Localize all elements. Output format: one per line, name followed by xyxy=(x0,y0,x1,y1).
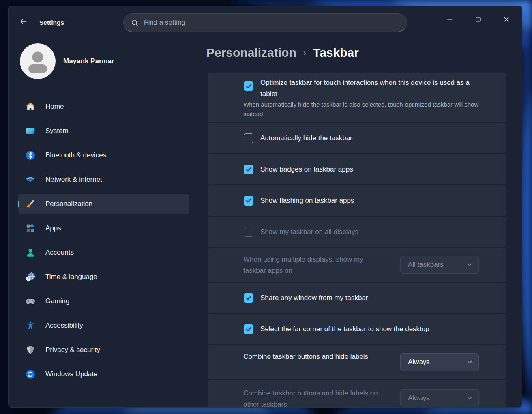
setting-row-optimize-touch: Optimize taskbar for touch interactions … xyxy=(208,73,506,122)
search-input[interactable] xyxy=(144,19,399,27)
accessibility-icon xyxy=(25,320,36,331)
back-arrow-icon xyxy=(19,17,28,27)
dropdown-value: Always xyxy=(408,358,430,366)
sidebar-item-bluetooth-devices[interactable]: Bluetooth & devices xyxy=(18,146,189,165)
sidebar-item-accounts[interactable]: Accounts xyxy=(18,243,189,262)
sidebar-item-label: Network & internet xyxy=(45,176,102,184)
sidebar-item-personalization[interactable]: Personalization xyxy=(18,194,189,214)
personalization-icon xyxy=(25,198,36,210)
sidebar-item-label: Windows Update xyxy=(45,370,98,378)
dropdown-value: All taskbars xyxy=(408,261,444,269)
checkbox[interactable] xyxy=(244,293,253,303)
dropdown-value: Always xyxy=(408,394,430,402)
sidebar-item-label: Accounts xyxy=(45,249,74,257)
home-icon xyxy=(25,101,36,112)
sidebar-item-label: Apps xyxy=(45,224,61,232)
settings-window: Settings xyxy=(8,6,522,408)
chevron-down-icon xyxy=(467,263,472,266)
setting-row-combine-buttons: Combine taskbar buttons and hide labels … xyxy=(208,345,506,379)
gaming-icon xyxy=(25,296,36,307)
sidebar-item-label: Home xyxy=(45,103,64,111)
app-title: Settings xyxy=(39,19,64,26)
chevron-down-icon xyxy=(467,397,472,400)
setting-label: Share any window from my taskbar xyxy=(260,294,368,302)
system-icon xyxy=(25,125,36,137)
setting-row-multiple-displays: When using multiple displays, show my ta… xyxy=(208,248,506,282)
sidebar-item-label: Bluetooth & devices xyxy=(45,151,106,159)
sidebar-item-accessibility[interactable]: Accessibility xyxy=(18,316,189,335)
setting-row-show-badges: Show badges on taskbar apps xyxy=(208,154,506,184)
close-button[interactable] xyxy=(496,12,517,27)
checkbox[interactable] xyxy=(244,81,253,91)
checkbox[interactable] xyxy=(244,133,253,143)
window-controls xyxy=(440,12,517,27)
maximize-icon xyxy=(474,15,482,24)
checkbox[interactable] xyxy=(244,196,253,206)
setting-row-combine-buttons-other: Combine taskbar buttons and hide labels … xyxy=(208,380,506,408)
user-name: Mayank Parmar xyxy=(63,57,114,65)
sidebar-item-label: System xyxy=(45,127,69,135)
sidebar-item-label: Time & language xyxy=(45,273,97,281)
setting-row-auto-hide: Automatically hide the taskbar xyxy=(208,123,506,153)
settings-list: Optimize taskbar for touch interactions … xyxy=(208,73,506,408)
sidebar-item-privacy-security[interactable]: Privacy & security xyxy=(18,340,189,360)
setting-label: Select the far corner of the taskbar to … xyxy=(260,325,429,333)
setting-label: Show badges on taskbar apps xyxy=(260,165,353,174)
checkbox[interactable] xyxy=(244,227,253,237)
bluetooth-icon xyxy=(25,150,36,161)
setting-label: Show flashing on taskbar apps xyxy=(260,197,354,205)
setting-label: Combine taskbar buttons and hide labels … xyxy=(243,388,383,408)
setting-label: Show my taskbar on all displays xyxy=(260,228,358,236)
sidebar-item-time-language[interactable]: Time & language xyxy=(18,267,189,287)
sidebar-item-windows-update[interactable]: Windows Update xyxy=(18,365,189,384)
setting-row-taskbar-all-displays: Show my taskbar on all displays xyxy=(208,217,506,247)
windows-update-icon xyxy=(25,369,36,380)
sidebar: Mayank Parmar Home System Bluetooth & de xyxy=(9,43,199,407)
setting-row-show-flashing: Show flashing on taskbar apps xyxy=(208,185,506,216)
chevron-right-icon: › xyxy=(303,48,306,58)
combine-labels-dropdown[interactable]: Always xyxy=(400,353,479,371)
breadcrumb: Personalization › Taskbar xyxy=(206,46,359,60)
setting-label: Automatically hide the taskbar xyxy=(260,134,352,142)
sidebar-item-label: Gaming xyxy=(45,297,70,305)
breadcrumb-parent[interactable]: Personalization xyxy=(206,46,296,60)
sidebar-item-system[interactable]: System xyxy=(18,121,189,141)
maximize-button[interactable] xyxy=(468,12,488,27)
setting-row-far-corner-desktop: Select the far corner of the taskbar to … xyxy=(208,314,506,344)
setting-label: Optimize taskbar for touch interactions … xyxy=(260,77,481,100)
privacy-icon xyxy=(25,344,36,356)
back-button[interactable] xyxy=(17,17,30,28)
search-box[interactable] xyxy=(123,13,407,32)
page-title: Taskbar xyxy=(313,46,359,60)
user-profile[interactable]: Mayank Parmar xyxy=(20,43,114,79)
sidebar-item-home[interactable]: Home xyxy=(18,97,189,116)
sidebar-item-apps[interactable]: Apps xyxy=(18,219,189,238)
minimize-icon xyxy=(446,15,454,24)
all-taskbars-dropdown[interactable]: All taskbars xyxy=(400,256,479,274)
setting-label: Combine taskbar buttons and hide labels xyxy=(243,351,383,363)
sidebar-item-label: Accessibility xyxy=(45,322,83,330)
setting-label: When using multiple displays, show my ta… xyxy=(243,254,383,277)
content-pane: Personalization › Taskbar Optimize taskb… xyxy=(199,43,522,407)
sidebar-nav: Home System Bluetooth & devices Network … xyxy=(18,97,189,384)
combine-labels-other-dropdown[interactable]: Always xyxy=(400,389,479,407)
accounts-icon xyxy=(25,247,36,258)
close-icon xyxy=(502,15,511,24)
checkbox[interactable] xyxy=(244,324,253,334)
search-icon xyxy=(131,19,139,27)
checkbox[interactable] xyxy=(244,165,253,174)
apps-icon xyxy=(25,223,36,234)
time-language-icon xyxy=(25,271,36,283)
setting-description: When automatically hide the taskbar is a… xyxy=(243,100,481,118)
sidebar-item-gaming[interactable]: Gaming xyxy=(18,292,189,311)
sidebar-item-label: Privacy & security xyxy=(45,346,100,354)
chevron-down-icon xyxy=(467,360,472,364)
minimize-button[interactable] xyxy=(440,12,460,27)
network-icon xyxy=(25,174,36,185)
setting-row-share-window: Share any window from my taskbar xyxy=(208,283,506,313)
sidebar-item-network-internet[interactable]: Network & internet xyxy=(18,170,189,189)
selected-indicator xyxy=(18,201,19,207)
sidebar-item-label: Personalization xyxy=(45,200,92,208)
avatar xyxy=(20,43,56,79)
